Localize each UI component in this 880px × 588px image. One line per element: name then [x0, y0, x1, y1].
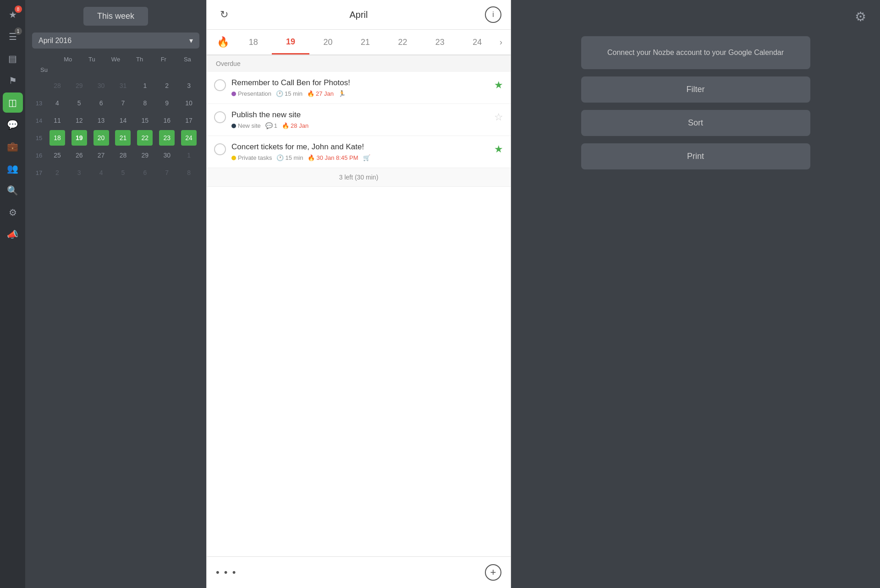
- cal-day-2-4[interactable]: 15: [137, 113, 153, 128]
- task-title-1[interactable]: Remember to Call Ben for Photos!: [231, 78, 489, 87]
- project-label-1: Presentation: [238, 90, 271, 97]
- cal-day-4-6[interactable]: 1: [181, 147, 197, 163]
- task-title-2[interactable]: Publish the new site: [231, 110, 489, 120]
- date-strip-21[interactable]: 21: [346, 31, 384, 54]
- cal-day-5-6[interactable]: 8: [181, 165, 197, 180]
- cal-day-1-5[interactable]: 9: [159, 95, 175, 111]
- star-button-3[interactable]: ★: [494, 143, 503, 155]
- cal-day-2-0[interactable]: 11: [50, 113, 65, 128]
- starred-nav-item[interactable]: ★ 8: [3, 5, 23, 25]
- star-button-1[interactable]: ★: [494, 79, 503, 91]
- info-button[interactable]: i: [485, 6, 501, 23]
- cal-day-3-5[interactable]: 23: [159, 130, 175, 146]
- task-project-3[interactable]: Private tasks: [231, 154, 272, 161]
- cal-day-1-0[interactable]: 4: [50, 95, 65, 111]
- cal-day-0-0[interactable]: 28: [50, 78, 65, 93]
- this-week-button[interactable]: This week: [83, 7, 148, 26]
- cal-day-3-6[interactable]: 24: [181, 130, 197, 146]
- date-strip-19[interactable]: 19: [272, 31, 309, 54]
- cal-day-5-5[interactable]: 7: [159, 165, 175, 180]
- cal-day-4-2[interactable]: 27: [94, 147, 109, 163]
- cal-day-0-1[interactable]: 29: [72, 78, 87, 93]
- date-strip-next-arrow[interactable]: ›: [496, 31, 506, 54]
- cal-day-3-2[interactable]: 20: [94, 130, 109, 146]
- settings-nav-item[interactable]: ⚙: [3, 202, 23, 223]
- overdue-fire-icon[interactable]: 🔥: [211, 30, 235, 54]
- calendar-week-5: 172345678: [32, 165, 199, 180]
- cal-day-4-3[interactable]: 28: [115, 147, 131, 163]
- cal-day-4-1[interactable]: 26: [72, 147, 87, 163]
- date-strip-22[interactable]: 22: [384, 31, 421, 54]
- cal-day-1-4[interactable]: 8: [137, 95, 153, 111]
- cal-day-5-4[interactable]: 6: [137, 165, 153, 180]
- project-label-2: New site: [238, 122, 261, 129]
- task-meta-1: Presentation 🕐 15 min 🔥 27 Jan 🏃: [231, 90, 489, 97]
- task-project-1[interactable]: Presentation: [231, 90, 271, 97]
- cal-day-0-4[interactable]: 1: [137, 78, 153, 93]
- cal-day-0-3[interactable]: 31: [115, 78, 131, 93]
- cal-day-3-3[interactable]: 21: [115, 130, 131, 146]
- search-nav-item[interactable]: 🔍: [3, 180, 23, 201]
- cal-day-4-0[interactable]: 25: [50, 147, 65, 163]
- more-options-button[interactable]: • • •: [216, 566, 236, 578]
- briefcase-icon: 💼: [7, 141, 18, 152]
- cal-day-2-1[interactable]: 12: [72, 113, 87, 128]
- calendar-nav-item[interactable]: ◫: [3, 93, 23, 113]
- cal-day-2-5[interactable]: 16: [159, 113, 175, 128]
- cal-day-2-3[interactable]: 14: [115, 113, 131, 128]
- inbox-nav-item[interactable]: ☰ 1: [3, 27, 23, 47]
- task-checkbox-1[interactable]: [214, 79, 226, 91]
- cal-day-3-0[interactable]: 18: [50, 130, 65, 146]
- date-strip-23[interactable]: 23: [421, 31, 458, 54]
- week-num-5: 17: [32, 165, 46, 180]
- cal-day-1-6[interactable]: 10: [181, 95, 197, 111]
- priority-nav-item[interactable]: ⚑: [3, 71, 23, 91]
- filter-button[interactable]: Filter: [581, 76, 810, 103]
- date-strip-20[interactable]: 20: [309, 31, 346, 54]
- date-strip-18[interactable]: 18: [235, 31, 272, 54]
- overdue-label: Overdue: [207, 55, 511, 72]
- chat-nav-item[interactable]: 💬: [3, 114, 23, 135]
- print-button[interactable]: Print: [581, 143, 810, 169]
- star-button-2[interactable]: ☆: [494, 111, 503, 123]
- extra-icon-3: 🛒: [363, 154, 370, 161]
- connect-text: Connect your Nozbe account to your Googl…: [607, 49, 784, 56]
- day-header-we: We: [104, 54, 127, 65]
- cal-day-5-1[interactable]: 3: [72, 165, 87, 180]
- month-selector[interactable]: April 2016 ▾: [32, 33, 199, 49]
- cal-day-5-2[interactable]: 4: [94, 165, 109, 180]
- cal-day-3-4[interactable]: 22: [137, 130, 153, 146]
- right-panel: ⚙ Connect your Nozbe account to your Goo…: [511, 0, 880, 588]
- cal-day-0-2[interactable]: 30: [94, 78, 109, 93]
- projects-nav-item[interactable]: ▤: [3, 49, 23, 69]
- cal-day-1-1[interactable]: 5: [72, 95, 87, 111]
- announcements-nav-item[interactable]: 📣: [3, 224, 23, 245]
- cal-day-5-3[interactable]: 5: [115, 165, 131, 180]
- task-checkbox-2[interactable]: [214, 111, 226, 123]
- gear-button[interactable]: ⚙: [855, 9, 866, 24]
- date-strip-24[interactable]: 24: [459, 31, 496, 54]
- cal-day-4-4[interactable]: 29: [137, 147, 153, 163]
- day-header-fr: Fr: [152, 54, 176, 65]
- cal-day-2-6[interactable]: 17: [181, 113, 197, 128]
- task-title-3[interactable]: Concert tickets for me, John and Kate!: [231, 142, 489, 152]
- cal-day-4-5[interactable]: 30: [159, 147, 175, 163]
- task-checkbox-3[interactable]: [214, 143, 226, 155]
- add-task-button[interactable]: +: [485, 564, 501, 581]
- cal-day-3-1[interactable]: 19: [72, 130, 87, 146]
- connect-google-calendar-box[interactable]: Connect your Nozbe account to your Googl…: [581, 36, 810, 69]
- task-project-2[interactable]: New site: [231, 122, 261, 129]
- sync-button[interactable]: ↻: [216, 6, 232, 23]
- cal-day-5-0[interactable]: 2: [50, 165, 65, 180]
- sort-button[interactable]: Sort: [581, 110, 810, 136]
- cal-day-1-3[interactable]: 7: [115, 95, 131, 111]
- project-dot-3: [231, 156, 236, 160]
- cal-day-0-6[interactable]: 3: [181, 78, 197, 93]
- cal-day-0-5[interactable]: 2: [159, 78, 175, 93]
- people-nav-item[interactable]: 👥: [3, 158, 23, 179]
- briefcase-nav-item[interactable]: 💼: [3, 136, 23, 157]
- main-footer: • • • +: [207, 556, 511, 588]
- cal-day-2-2[interactable]: 13: [94, 113, 109, 128]
- cal-day-1-2[interactable]: 6: [94, 95, 109, 111]
- plus-icon: +: [490, 566, 496, 578]
